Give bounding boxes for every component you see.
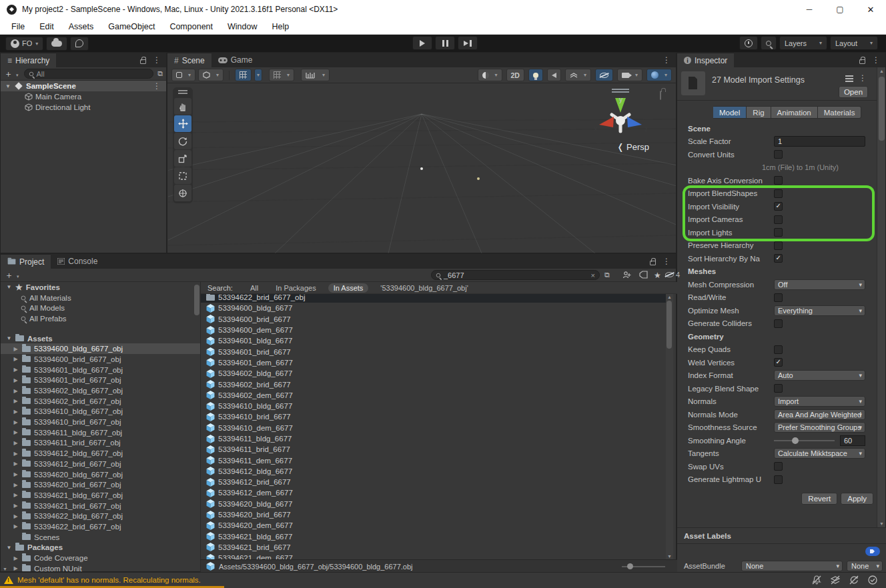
search-by-type-icon[interactable]	[622, 271, 631, 281]
asset-row[interactable]: 53394611_dem_6677	[201, 455, 668, 465]
transform-tool-button[interactable]	[174, 185, 191, 201]
setting-checkbox[interactable]	[774, 215, 783, 224]
asset-row[interactable]: 53394621_brid_6677	[201, 542, 668, 553]
packages-disabled-icon[interactable]	[830, 575, 841, 585]
packages-root[interactable]: ▼ Packages	[1, 543, 200, 553]
menu-item[interactable]: Edit	[32, 19, 61, 35]
project-add-button[interactable]: ＋▾	[5, 269, 19, 281]
project-folder-row[interactable]: ▶ 53394600_brid_6677_obj	[1, 354, 200, 365]
setting-checkbox[interactable]	[774, 150, 783, 159]
asset-row[interactable]: 53394620_dem_6677	[201, 520, 668, 531]
axis-x-cone[interactable]	[599, 117, 614, 127]
hidden-objects-toggle[interactable]	[595, 69, 613, 81]
hierarchy-item-directional-light[interactable]: Directional Light	[1, 102, 166, 113]
scene-object-dot[interactable]	[477, 177, 480, 180]
auto-refresh-disabled-icon[interactable]	[849, 575, 859, 585]
project-search-input[interactable]: _6677 ×	[431, 270, 600, 280]
foldout-icon[interactable]: ▶	[13, 440, 19, 446]
foldout-icon[interactable]: ▶	[13, 513, 19, 519]
asset-row[interactable]: 53394602_bldg_6677	[201, 368, 668, 379]
asset-row[interactable]: 53394612_brid_6677	[201, 477, 668, 487]
viewport-lock-icon[interactable]	[660, 91, 661, 99]
open-button[interactable]: Open	[839, 86, 868, 98]
tab-hierarchy[interactable]: ≡Hierarchy	[1, 53, 56, 67]
foldout-icon[interactable]: ▶	[13, 523, 19, 529]
menu-item[interactable]: Component	[162, 19, 220, 35]
menu-item[interactable]: File	[4, 19, 32, 35]
foldout-icon[interactable]: ▶	[13, 377, 19, 383]
foldout-icon[interactable]: ▶	[13, 346, 19, 352]
save-search-icon[interactable]: ★	[654, 271, 661, 280]
foldout-icon[interactable]: ▶	[13, 471, 19, 477]
setting-checkbox[interactable]	[774, 319, 783, 328]
asset-row[interactable]: 53394602_dem_6677	[201, 390, 668, 401]
setting-checkbox[interactable]	[774, 358, 783, 367]
foldout-icon[interactable]: ▶	[13, 409, 19, 415]
setting-dropdown[interactable]: Off	[774, 279, 865, 290]
presets-icon[interactable]	[845, 75, 853, 82]
assetbundle-dropdown[interactable]: None	[741, 561, 843, 571]
pause-button[interactable]	[435, 36, 455, 50]
foldout-icon[interactable]: ▶	[13, 451, 19, 457]
overlay-drag-handle[interactable]	[612, 89, 629, 93]
account-button[interactable]: FO▾	[5, 37, 43, 51]
orientation-gizmo[interactable]: y x z	[584, 89, 657, 139]
scroll-up-icon[interactable]: ▲	[667, 295, 672, 299]
project-folder-row[interactable]: ▶ 53394600_bldg_6677_obj	[1, 343, 200, 354]
shading-mode-dropdown[interactable]: ▾	[478, 69, 502, 81]
move-tool-button[interactable]	[174, 115, 191, 132]
search-by-label-icon[interactable]	[639, 271, 648, 280]
kebab-menu-icon[interactable]: ⋮	[859, 73, 867, 83]
import-settings-tab[interactable]: Rig	[747, 106, 771, 119]
setting-checkbox[interactable]	[774, 176, 783, 185]
project-folder-row[interactable]: ▶ 53394602_brid_6677_obj	[1, 396, 200, 407]
setting-checkbox[interactable]	[774, 189, 783, 198]
project-folder-row[interactable]: ▶ 53394601_brid_6677_obj	[1, 375, 200, 386]
favorites-root[interactable]: ▼ ★ Favorites	[1, 282, 200, 293]
gizmos-dropdown[interactable]: ▾	[646, 69, 672, 81]
tab-inspector[interactable]: iInspector	[677, 53, 734, 67]
project-folder-row[interactable]: ▶ Scenes	[1, 532, 200, 543]
asset-row[interactable]: 53394600_dem_6677	[201, 325, 668, 335]
project-folder-row[interactable]: ▶ 53394621_brid_6677_obj	[1, 501, 200, 511]
thumbnail-size-slider[interactable]	[622, 566, 665, 567]
setting-dropdown[interactable]: Auto	[774, 370, 865, 381]
grid-snap-dropdown[interactable]: ▾	[269, 69, 294, 81]
project-folder-row[interactable]: ▶ 53394622_brid_6677_obj	[1, 521, 200, 532]
kebab-menu-icon[interactable]: ⋮	[872, 55, 880, 65]
foldout-icon[interactable]: ▶	[13, 482, 19, 488]
pivot-dropdown[interactable]: ▾	[198, 69, 224, 81]
scene-lighting-toggle[interactable]	[528, 69, 543, 81]
notifications-muted-icon[interactable]	[811, 575, 822, 585]
asset-row[interactable]: 53394610_brid_6677	[201, 411, 668, 422]
assetbundle-variant-dropdown[interactable]: None	[847, 561, 883, 571]
open-search-window-icon[interactable]: ⧉	[604, 271, 610, 279]
inspector-scrollbar[interactable]: ▲ ▼	[877, 67, 885, 527]
setting-checkbox[interactable]	[774, 475, 783, 484]
tab-console[interactable]: Console	[51, 254, 104, 269]
asset-row[interactable]: 53394610_bldg_6677	[201, 401, 668, 411]
step-button[interactable]	[458, 36, 478, 50]
maximize-button[interactable]: ▢	[825, 0, 855, 19]
overlay-drag-handle[interactable]	[174, 89, 191, 97]
layers-dropdown[interactable]: Layers▾	[779, 36, 827, 50]
setting-checkbox[interactable]	[774, 384, 783, 393]
asset-row[interactable]: 53394610_dem_6677	[201, 423, 668, 433]
project-folder-row[interactable]: ▶ 53394621_bldg_6677_obj	[1, 490, 200, 501]
search-scope-option[interactable]: All	[245, 283, 264, 293]
import-settings-tab[interactable]: Model	[713, 106, 747, 119]
asset-row[interactable]: 53394602_brid_6677	[201, 379, 668, 389]
search-everything-button[interactable]	[761, 36, 777, 50]
undo-history-button[interactable]	[739, 36, 758, 50]
2d-toggle[interactable]: 2D	[506, 69, 524, 81]
foldout-icon[interactable]: ▼	[6, 545, 12, 551]
clear-search-icon[interactable]: ×	[591, 271, 595, 279]
rotate-tool-button[interactable]	[174, 133, 191, 149]
revert-button[interactable]: Revert	[801, 493, 837, 505]
foldout-icon[interactable]: ▼	[6, 284, 12, 290]
assets-root[interactable]: ▼ Assets	[1, 333, 200, 344]
asset-row[interactable]: 53394612_dem_6677	[201, 487, 668, 498]
asset-row[interactable]: 53394622_brid_6677_obj	[201, 294, 668, 303]
setting-dropdown[interactable]: Calculate Mikktspace	[774, 448, 865, 459]
project-folder-row[interactable]: ▶ 53394620_brid_6677_obj	[1, 479, 200, 490]
